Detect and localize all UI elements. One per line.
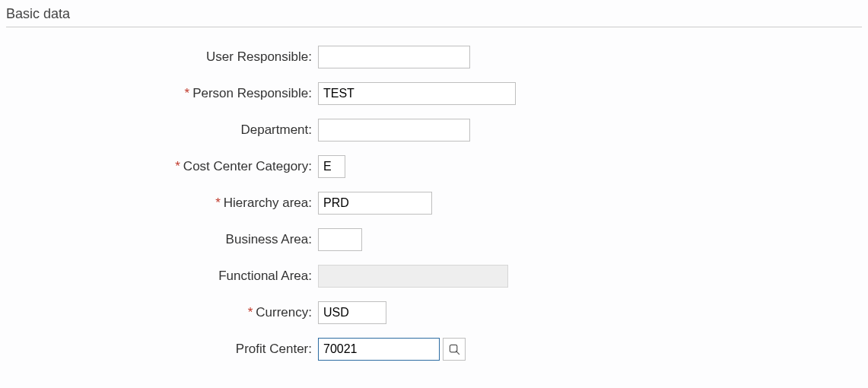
required-mark: * xyxy=(185,86,190,100)
required-mark: * xyxy=(215,196,221,210)
input-functional-area xyxy=(318,265,508,288)
search-help-icon xyxy=(449,344,460,355)
label-text-department: Department: xyxy=(240,122,312,137)
input-cost-center-category[interactable] xyxy=(318,155,345,178)
input-person-responsible[interactable] xyxy=(318,82,516,105)
label-person-responsible: *Person Responsible: xyxy=(6,86,318,101)
label-cost-center-category: *Cost Center Category: xyxy=(6,159,318,174)
label-text-cost-center-category: Cost Center Category: xyxy=(183,159,312,173)
input-profit-center[interactable] xyxy=(318,338,440,361)
input-business-area[interactable] xyxy=(318,228,362,251)
label-functional-area: Functional Area: xyxy=(6,269,318,284)
input-hierarchy-area[interactable] xyxy=(318,192,432,215)
row-person-responsible: *Person Responsible: xyxy=(6,82,862,105)
label-profit-center: Profit Center: xyxy=(6,342,318,357)
row-department: Department: xyxy=(6,119,862,142)
search-help-button[interactable] xyxy=(443,338,466,361)
row-currency: *Currency: xyxy=(6,301,862,324)
label-user-responsible: User Responsible: xyxy=(6,49,318,65)
label-currency: *Currency: xyxy=(6,305,318,320)
label-text-user-responsible: User Responsible: xyxy=(206,49,312,64)
label-text-person-responsible: Person Responsible: xyxy=(192,86,312,100)
row-cost-center-category: *Cost Center Category: xyxy=(6,155,862,178)
required-mark: * xyxy=(248,305,253,320)
section-title: Basic data xyxy=(6,6,862,27)
label-department: Department: xyxy=(6,122,318,138)
label-text-currency: Currency: xyxy=(256,305,312,320)
input-user-responsible[interactable] xyxy=(318,46,470,68)
input-department[interactable] xyxy=(318,119,470,142)
label-text-hierarchy-area: Hierarchy area: xyxy=(224,196,312,210)
row-business-area: Business Area: xyxy=(6,228,862,251)
label-text-functional-area: Functional Area: xyxy=(218,269,312,283)
row-functional-area: Functional Area: xyxy=(6,265,862,288)
row-hierarchy-area: *Hierarchy area: xyxy=(6,192,862,215)
row-user-responsible: User Responsible: xyxy=(6,46,862,68)
row-profit-center: Profit Center: xyxy=(6,338,862,361)
label-business-area: Business Area: xyxy=(6,232,318,247)
input-currency[interactable] xyxy=(318,301,386,324)
required-mark: * xyxy=(175,159,180,173)
svg-line-1 xyxy=(456,351,459,354)
label-text-profit-center: Profit Center: xyxy=(236,342,312,356)
basic-data-form: User Responsible: *Person Responsible: D… xyxy=(6,46,862,361)
label-text-business-area: Business Area: xyxy=(226,232,312,246)
label-hierarchy-area: *Hierarchy area: xyxy=(6,196,318,211)
